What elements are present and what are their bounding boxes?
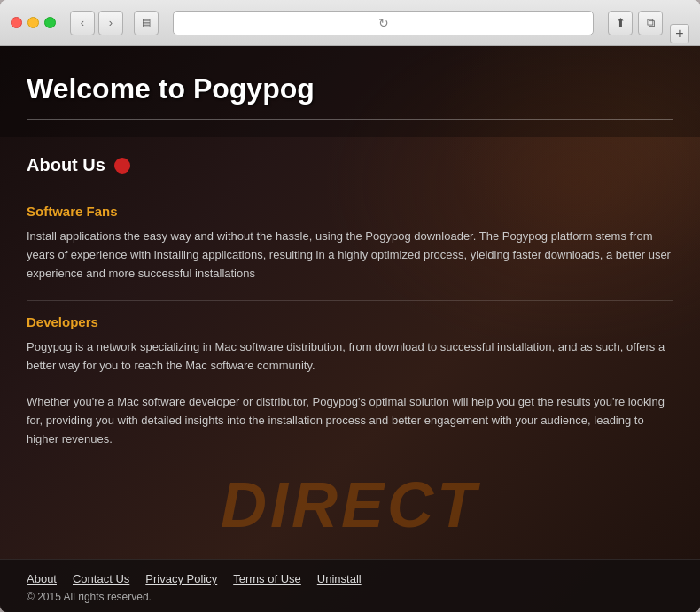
footer-link-uninstall[interactable]: Uninstall <box>317 572 362 585</box>
forward-icon: › <box>109 16 113 29</box>
developers-divider <box>27 300 673 301</box>
about-us-heading: About Us <box>27 155 673 175</box>
footer-copyright: © 2015 All rights reserved. <box>27 591 673 603</box>
tabs-button[interactable]: ⧉ <box>638 11 663 35</box>
sidebar-toggle-button[interactable]: ▤ <box>134 11 159 35</box>
red-dot-decoration <box>114 158 130 174</box>
software-fans-text: Install applications the easy way and wi… <box>27 228 673 283</box>
toolbar-right: ⬆ ⧉ <box>608 11 663 35</box>
website: Welcome to Pogypog About Us Software Fan… <box>0 46 700 612</box>
close-button[interactable] <box>11 17 22 28</box>
footer-link-terms[interactable]: Terms of Use <box>233 572 301 585</box>
sidebar-icon: ▤ <box>142 17 151 28</box>
developers-paragraph1: Pogypog is a network specializing in Mac… <box>27 338 673 376</box>
about-divider <box>27 190 673 190</box>
hero-title: Welcome to Pogypog <box>27 73 673 105</box>
software-fans-title: Software Fans <box>27 204 673 219</box>
footer-link-about[interactable]: About <box>27 572 57 585</box>
forward-button[interactable]: › <box>98 11 123 35</box>
refresh-icon[interactable]: ↻ <box>378 16 389 30</box>
footer-link-privacy[interactable]: Privacy Policy <box>145 572 217 585</box>
browser-titlebar: ‹ › ▤ ↻ ⬆ ⧉ + <box>0 0 700 46</box>
new-tab-button[interactable]: + <box>670 24 689 43</box>
browser-window: ‹ › ▤ ↻ ⬆ ⧉ + <box>0 0 700 612</box>
traffic-lights <box>11 17 56 28</box>
plus-icon: + <box>675 26 683 42</box>
hero-section: Welcome to Pogypog <box>0 46 700 137</box>
main-content: About Us Software Fans Install applicati… <box>0 137 700 484</box>
about-us-title: About Us <box>27 155 105 175</box>
browser-content: Welcome to Pogypog About Us Software Fan… <box>0 46 700 612</box>
footer-links: About Contact Us Privacy Policy Terms of… <box>27 572 673 585</box>
share-button[interactable]: ⬆ <box>608 11 633 35</box>
footer: About Contact Us Privacy Policy Terms of… <box>0 559 700 612</box>
tabs-icon: ⧉ <box>647 16 655 30</box>
share-icon: ⬆ <box>616 16 626 29</box>
footer-link-contact[interactable]: Contact Us <box>73 572 129 585</box>
maximize-button[interactable] <box>44 17 56 28</box>
hero-divider <box>27 119 673 120</box>
developers-title: Developers <box>27 314 673 329</box>
address-bar[interactable]: ↻ <box>173 11 594 35</box>
back-icon: ‹ <box>81 16 84 29</box>
minimize-button[interactable] <box>27 17 39 28</box>
back-button[interactable]: ‹ <box>70 11 95 35</box>
developers-paragraph2: Whether you're a Mac software developer … <box>27 393 673 448</box>
nav-buttons: ‹ › <box>70 11 123 35</box>
content-area: Welcome to Pogypog About Us Software Fan… <box>0 46 700 484</box>
